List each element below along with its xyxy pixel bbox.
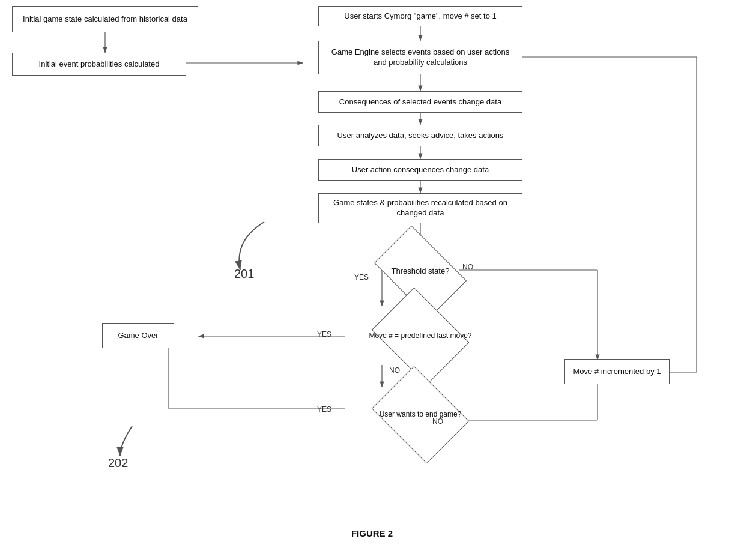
box-game-over: Game Over <box>102 323 174 348</box>
figure-caption: FIGURE 2 <box>0 528 744 538</box>
box-user-analyzes: User analyzes data, seeks advice, takes … <box>318 125 522 146</box>
diagram-container: Initial game state calculated from histo… <box>0 0 744 522</box>
diamond-move-num: Move # = predefined last move? <box>346 303 495 369</box>
no-label-1: NO <box>462 263 473 271</box>
ref-202: 202 <box>108 456 128 470</box>
no-label-2: NO <box>389 366 400 375</box>
ref-201: 201 <box>234 267 254 281</box>
yes-label-2: YES <box>317 330 331 339</box>
box-consequences-events: Consequences of selected events change d… <box>318 91 522 113</box>
box-user-action-consequences: User action consequences change data <box>318 159 522 181</box>
yes-label-1: YES <box>354 273 369 282</box>
yes-label-3: YES <box>317 405 331 414</box>
box-move-incremented: Move # incremented by 1 <box>564 359 670 384</box>
diamond-end-game: User wants to end game? <box>346 383 495 446</box>
box-initial-event-probabilities: Initial event probabilities calculated <box>12 53 186 76</box>
diamond-threshold: Threshold state? <box>346 243 495 300</box>
box-initial-game-state: Initial game state calculated from histo… <box>12 6 198 32</box>
box-game-states-recalculated: Game states & probabilities recalculated… <box>318 193 522 223</box>
box-game-engine-selects: Game Engine selects events based on user… <box>318 41 522 74</box>
box-user-starts-cymorg: User starts Cymorg "game", move # set to… <box>318 6 522 26</box>
